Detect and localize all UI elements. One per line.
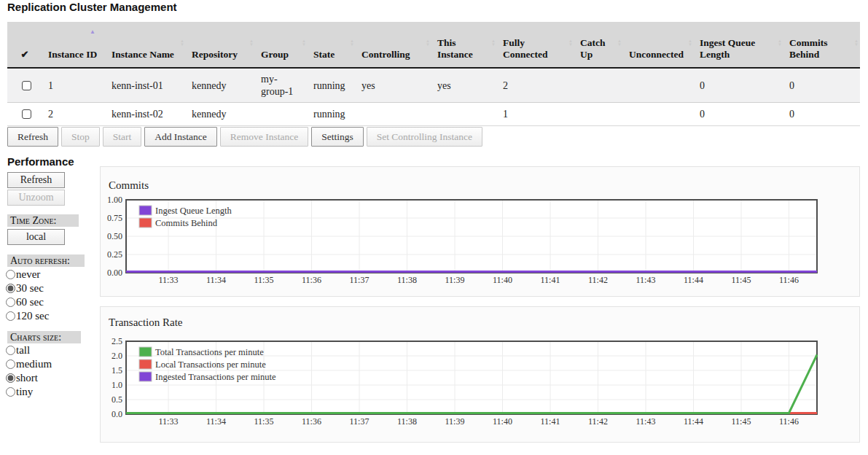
refresh-button[interactable]: Refresh xyxy=(7,127,58,147)
charts-size-option-medium[interactable]: medium xyxy=(6,357,52,371)
row-checkbox[interactable] xyxy=(22,81,31,90)
stop-button[interactable]: Stop xyxy=(61,127,100,147)
svg-text:11:36: 11:36 xyxy=(302,275,321,284)
sort-toggle-icon: ▲▼ xyxy=(426,39,430,47)
column-header-repository[interactable]: Repository▲▼ xyxy=(186,22,255,67)
column-header-label: Ingest Queue Length xyxy=(700,37,778,61)
auto-refresh-radio[interactable] xyxy=(6,298,15,307)
cell-repository: kennedy xyxy=(186,69,255,102)
column-header-label: Group xyxy=(261,49,289,61)
column-header-this-instance[interactable]: This Instance▲▼ xyxy=(431,22,497,67)
auto-refresh-option-120-sec[interactable]: 120 sec xyxy=(6,309,49,323)
settings-button[interactable]: Settings xyxy=(311,127,364,147)
commits-chart-title: Commits xyxy=(109,179,149,192)
svg-text:11:46: 11:46 xyxy=(779,416,799,426)
column-header-controlling[interactable]: Controlling▲▼ xyxy=(356,22,431,67)
start-button[interactable]: Start xyxy=(103,127,142,147)
column-header-catch-up[interactable]: Catch Up▲▼ xyxy=(574,22,623,67)
cell-repository: kennedy xyxy=(186,103,255,125)
cell-fully-connected: 1 xyxy=(497,103,574,125)
auto-refresh-radio-group: never30 sec60 sec120 sec xyxy=(6,268,49,323)
auto-refresh-label: Auto refresh: xyxy=(7,254,85,267)
column-header-state[interactable]: State▲▼ xyxy=(308,22,356,67)
auto-refresh-radio[interactable] xyxy=(6,311,15,321)
svg-text:11:37: 11:37 xyxy=(350,416,370,426)
commits-chart-panel: Commits 1.000.750.500.250.0011:3311:3411… xyxy=(100,166,860,297)
row-checkbox[interactable] xyxy=(22,109,31,119)
cell-catch-up xyxy=(574,103,623,125)
transaction-rate-chart: 2.52.01.51.00.50.011:3311:3411:3511:3611… xyxy=(101,337,844,426)
cell-commits-behind: 0 xyxy=(783,103,860,125)
column-header-group[interactable]: Group▲▼ xyxy=(255,22,308,67)
charts-size-radio[interactable] xyxy=(6,346,15,355)
charts-size-option-short[interactable]: short xyxy=(6,371,52,385)
replication-cluster-page: Replication Cluster Management ✔Instance… xyxy=(0,0,868,455)
performance-section-title: Performance xyxy=(7,155,74,168)
svg-text:11:38: 11:38 xyxy=(397,416,417,426)
charts-size-radio-group: tallmediumshorttiny xyxy=(6,343,52,399)
charts-size-radio[interactable] xyxy=(6,373,15,383)
svg-text:11:41: 11:41 xyxy=(541,275,560,284)
charts-size-option-tall[interactable]: tall xyxy=(6,343,52,357)
svg-text:1.5: 1.5 xyxy=(112,365,122,376)
unzoom-button[interactable]: Unzoom xyxy=(7,190,65,206)
svg-text:11:39: 11:39 xyxy=(445,275,465,284)
auto-refresh-option-never[interactable]: never xyxy=(6,268,49,281)
svg-text:0.75: 0.75 xyxy=(107,213,122,223)
sort-toggle-icon: ▲▼ xyxy=(617,39,622,47)
radio-label: never xyxy=(16,268,40,281)
charts-size-label: Charts size: xyxy=(7,331,81,343)
svg-text:11:38: 11:38 xyxy=(397,275,417,284)
table-header-row: ✔Instance ID▲Instance Name▲▼Repository▲▼… xyxy=(7,22,860,69)
svg-text:11:43: 11:43 xyxy=(636,416,656,426)
add-instance-button[interactable]: Add Instance xyxy=(144,127,217,147)
cell-unconnected xyxy=(623,103,694,125)
svg-text:11:42: 11:42 xyxy=(588,275,608,284)
instances-table: ✔Instance ID▲Instance Name▲▼Repository▲▼… xyxy=(7,22,860,126)
svg-text:11:34: 11:34 xyxy=(206,416,226,426)
auto-refresh-option-60-sec[interactable]: 60 sec xyxy=(6,295,49,309)
radio-label: 60 sec xyxy=(16,296,44,308)
set-controlling-instance-button[interactable]: Set Controlling Instance xyxy=(367,127,482,147)
svg-text:11:34: 11:34 xyxy=(206,275,226,284)
svg-text:Commits Behind: Commits Behind xyxy=(155,218,218,228)
column-header-instance-id[interactable]: Instance ID▲ xyxy=(42,22,106,67)
svg-text:0.00: 0.00 xyxy=(107,268,122,278)
svg-text:Ingest Queue Length: Ingest Queue Length xyxy=(155,206,232,216)
svg-text:11:46: 11:46 xyxy=(779,275,799,284)
svg-text:0.5: 0.5 xyxy=(112,394,122,405)
column-header-instance-name[interactable]: Instance Name▲▼ xyxy=(106,22,186,67)
sort-toggle-icon: ▲▼ xyxy=(350,39,354,47)
column-header-fully-connected[interactable]: Fully Connected▲▼ xyxy=(497,22,574,67)
svg-text:11:45: 11:45 xyxy=(732,275,751,284)
svg-text:11:42: 11:42 xyxy=(588,416,608,426)
sort-toggle-icon: ▲▼ xyxy=(249,39,254,47)
auto-refresh-option-30-sec[interactable]: 30 sec xyxy=(6,281,49,295)
auto-refresh-radio[interactable] xyxy=(6,270,15,279)
column-header-unconnected[interactable]: Unconnected▲▼ xyxy=(623,22,694,67)
svg-text:11:45: 11:45 xyxy=(732,416,751,426)
svg-text:11:40: 11:40 xyxy=(493,275,512,284)
timezone-local-button[interactable]: local xyxy=(7,229,65,245)
cell-group xyxy=(255,103,308,125)
svg-text:11:37: 11:37 xyxy=(350,275,370,284)
svg-text:0.25: 0.25 xyxy=(107,249,122,260)
sort-toggle-icon: ▲▼ xyxy=(180,39,184,47)
svg-text:11:39: 11:39 xyxy=(445,416,465,426)
cell-this-instance xyxy=(431,103,497,125)
row-select-cell xyxy=(7,103,42,125)
charts-size-radio[interactable] xyxy=(6,387,15,397)
cell-ingest-queue-length: 0 xyxy=(694,69,783,102)
svg-text:2.0: 2.0 xyxy=(112,351,122,361)
column-header-commits-behind[interactable]: Commits Behind▲▼ xyxy=(783,22,860,67)
radio-label: 120 sec xyxy=(16,310,49,322)
column-header-ingest-queue-length[interactable]: Ingest Queue Length▲▼ xyxy=(694,22,783,67)
radio-label: short xyxy=(16,372,38,384)
cell-this-instance: yes xyxy=(431,69,497,102)
charts-size-radio[interactable] xyxy=(6,359,15,369)
column-header-label: This Instance xyxy=(437,37,491,61)
remove-instance-button[interactable]: Remove Instance xyxy=(220,127,308,147)
performance-refresh-button[interactable]: Refresh xyxy=(7,172,65,188)
charts-size-option-tiny[interactable]: tiny xyxy=(6,385,52,399)
auto-refresh-radio[interactable] xyxy=(6,284,15,293)
